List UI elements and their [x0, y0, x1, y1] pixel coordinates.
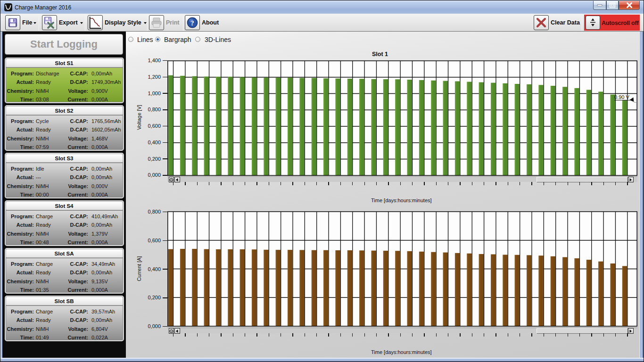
- svg-text:?: ?: [190, 19, 194, 26]
